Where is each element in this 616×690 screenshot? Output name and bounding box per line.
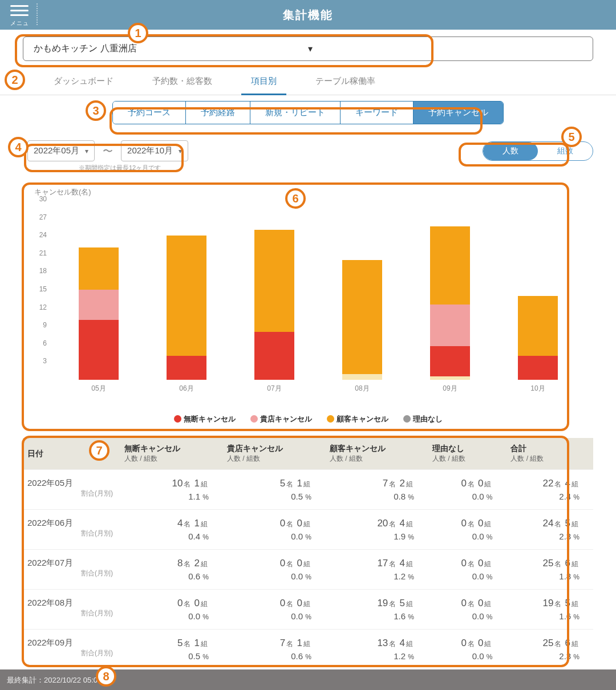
bar-segment: [254, 332, 294, 380]
chart-title: キャンセル数(名): [34, 187, 586, 197]
date-from-select[interactable]: 2022年05月 ▾: [27, 140, 95, 161]
cell: 5名 1組0.5 %: [222, 470, 325, 510]
sub-tab[interactable]: キーワード: [341, 102, 414, 124]
cell: 20名 4組1.9 %: [325, 510, 428, 550]
cell: 24名 5組2.3 %: [506, 510, 593, 550]
y-tick: 24: [39, 231, 47, 239]
divider: [37, 3, 38, 25]
legend-item: 顧客キャンセル: [327, 414, 388, 424]
sub-tab[interactable]: 予約コース: [113, 102, 186, 124]
y-tick: 6: [43, 339, 47, 347]
bar-segment: [518, 296, 558, 356]
chevron-down-icon: ▾: [179, 147, 182, 155]
chart-legend: 無断キャンセル 貴店キャンセル 顧客キャンセル 理由なし: [30, 414, 586, 424]
th: 無断キャンセル人数 / 組数: [120, 438, 222, 470]
unit-people[interactable]: 人数: [483, 142, 538, 160]
legend-item: 理由なし: [403, 414, 443, 424]
th: 合計人数 / 組数: [506, 438, 593, 470]
cell: 7名 1組0.6 %: [222, 630, 325, 669]
bar-segment: [79, 290, 119, 320]
date-to-select[interactable]: 2022年10月 ▾: [121, 140, 188, 161]
main-tab[interactable]: ダッシュボード: [34, 70, 133, 95]
cell: 0名 0組0.0 %: [428, 470, 506, 510]
y-tick: 12: [39, 303, 47, 311]
bar-segment: [254, 230, 294, 332]
y-tick: 18: [39, 267, 47, 275]
bar: [430, 226, 470, 380]
callout-badge: 8: [96, 666, 116, 687]
main-tabs: ダッシュボード予約数・総客数項目別テーブル稼働率: [0, 63, 616, 95]
range-separator: 〜: [103, 144, 113, 158]
cell-date: 2022年08月割合(月別): [23, 590, 120, 630]
footer-label: 最終集計：: [7, 676, 44, 684]
chart-card: キャンセル数(名) 36912151821242730 05月06月07月08月…: [23, 178, 593, 429]
bar: [79, 247, 119, 380]
bar-segment: [430, 346, 470, 376]
bar: [342, 260, 382, 380]
date-from-value: 2022年05月: [34, 145, 79, 156]
cell: 0名 0組0.0 %: [428, 510, 506, 550]
sub-tab[interactable]: 新規・リピート: [250, 102, 341, 124]
table-row: 2022年05月割合(月別)10名 1組1.1 %5名 1組0.5 %7名 2組…: [23, 470, 593, 510]
cell: 10名 1組1.1 %: [120, 470, 222, 510]
cell: 0名 0組0.0 %: [428, 630, 506, 669]
callout-badge: 3: [86, 100, 106, 121]
chevron-down-icon: ▾: [308, 43, 582, 54]
cell: 0名 0組0.0 %: [222, 510, 325, 550]
date-range-note: ※期間指定は最長12ヶ月です: [79, 164, 616, 172]
callout-badge: 6: [285, 188, 306, 209]
callout-badge: 4: [8, 137, 29, 157]
bar-segment: [167, 236, 206, 356]
cell: 5名 1組0.5 %: [120, 630, 222, 669]
bar-segment: [79, 320, 119, 380]
store-select[interactable]: かもめキッチン 八重洲店 ▾: [23, 36, 593, 61]
x-label: 10月: [512, 384, 564, 393]
bar-segment: [430, 226, 470, 305]
cell: 8名 2組0.6 %: [120, 550, 222, 590]
main-tab[interactable]: テーブル稼働率: [296, 70, 395, 95]
sub-tabs: 予約コース予約経路新規・リピートキーワード予約キャンセル: [112, 101, 504, 124]
bar: [518, 296, 558, 380]
th: 貴店キャンセル人数 / 組数: [222, 438, 325, 470]
cell: 0名 0組0.0 %: [222, 590, 325, 630]
y-tick: 9: [43, 321, 47, 329]
chevron-down-icon: ▾: [85, 147, 88, 155]
y-tick: 21: [39, 249, 47, 257]
data-table: 日付無断キャンセル人数 / 組数貴店キャンセル人数 / 組数顧客キャンセル人数 …: [23, 438, 593, 669]
y-tick: 15: [39, 285, 47, 293]
y-tick: 27: [39, 213, 47, 221]
top-bar: メニュー 集計機能: [0, 0, 616, 30]
main-tab[interactable]: 項目別: [232, 70, 296, 95]
bar-segment: [518, 356, 558, 380]
bar: [254, 230, 294, 380]
table-row: 2022年06月割合(月別)4名 1組0.4 %0名 0組0.0 %20名 4組…: [23, 510, 593, 550]
callout-badge: 7: [89, 440, 110, 461]
cell: 19名 5組1.6 %: [506, 590, 593, 630]
cell-date: 2022年07月割合(月別): [23, 550, 120, 590]
cell-date: 2022年09月割合(月別): [23, 630, 120, 669]
x-label: 08月: [337, 384, 388, 393]
x-label: 09月: [424, 384, 476, 393]
cell: 4名 1組0.4 %: [120, 510, 222, 550]
cell: 0名 0組0.0 %: [428, 550, 506, 590]
bar: [167, 236, 206, 380]
th: 顧客キャンセル人数 / 組数: [325, 438, 428, 470]
callout-badge: 1: [128, 23, 148, 43]
sub-tab[interactable]: 予約経路: [186, 102, 250, 124]
table-row: 2022年08月割合(月別)0名 0組0.0 %0名 0組0.0 %19名 5組…: [23, 590, 593, 630]
date-range: 2022年05月 ▾ 〜 2022年10月 ▾: [27, 140, 188, 161]
x-label: 07月: [249, 384, 300, 393]
table-row: 2022年09月割合(月別)5名 1組0.5 %7名 1組0.6 %13名 4組…: [23, 630, 593, 669]
sub-tab[interactable]: 予約キャンセル: [414, 102, 503, 124]
cell: 7名 2組0.8 %: [325, 470, 428, 510]
callout-badge: 5: [561, 127, 582, 147]
cell: 19名 5組1.6 %: [325, 590, 428, 630]
bar-segment: [430, 305, 470, 347]
y-tick: 3: [43, 357, 47, 365]
cell: 0名 0組0.0 %: [428, 590, 506, 630]
date-to-value: 2022年10月: [127, 145, 173, 156]
bar-segment: [167, 356, 206, 380]
main-tab[interactable]: 予約数・総客数: [133, 70, 232, 95]
th: 理由なし人数 / 組数: [428, 438, 506, 470]
cell: 13名 4組1.2 %: [325, 630, 428, 669]
